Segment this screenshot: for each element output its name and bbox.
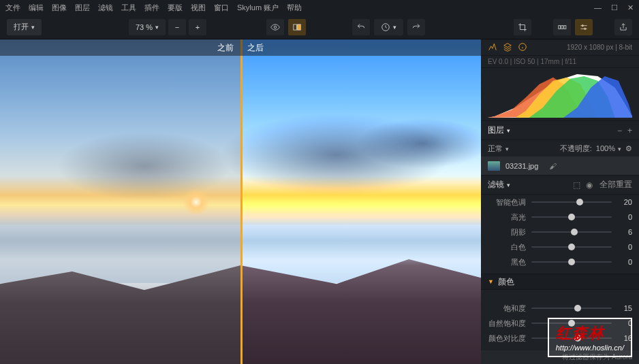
compare-icon: [292, 22, 302, 32]
layer-thumb: [488, 161, 500, 171]
layer-minus-icon[interactable]: −: [617, 126, 622, 135]
menu-view[interactable]: 视图: [191, 3, 206, 13]
presets-button[interactable]: [553, 19, 571, 35]
layers-header[interactable]: 图层▾ − +: [481, 121, 639, 140]
slider-label: 自然饱和度: [488, 318, 526, 329]
menu-preset[interactable]: 要版: [168, 3, 183, 13]
slider-value: 15: [617, 304, 632, 312]
export-icon: [619, 22, 628, 32]
slider-value: 6: [617, 228, 632, 236]
redo-button[interactable]: [407, 19, 425, 35]
slider-label: 高光: [488, 212, 526, 222]
histogram: [481, 68, 639, 121]
slider-track[interactable]: [531, 231, 612, 233]
presets-icon: [557, 22, 567, 32]
menu-help[interactable]: 帮助: [287, 3, 302, 13]
opacity-label: 不透明度:: [560, 144, 592, 154]
maximize-icon[interactable]: ☐: [611, 3, 618, 12]
color-group-header[interactable]: ▼ 颜色: [481, 274, 639, 290]
sliders-icon: [579, 22, 589, 32]
history-button[interactable]: ▾: [374, 19, 403, 35]
menu-filter[interactable]: 滤镜: [98, 3, 113, 13]
adjust-button[interactable]: [575, 19, 593, 35]
triangle-down-icon: ▼: [488, 278, 494, 285]
slider-track[interactable]: [531, 216, 612, 218]
crop-button[interactable]: [514, 19, 531, 35]
menu-tool[interactable]: 工具: [121, 3, 136, 13]
opacity-value[interactable]: 100%▾: [596, 144, 621, 152]
window-controls: — ☐ ✕: [594, 3, 634, 12]
slider-track[interactable]: [531, 308, 612, 309]
blend-mode[interactable]: 正常▾: [488, 144, 509, 154]
svg-rect-6: [564, 25, 566, 29]
minimize-icon[interactable]: —: [594, 3, 602, 12]
label-after: 之后: [240, 39, 481, 56]
label-before: 之前: [0, 39, 240, 56]
slider-label: 黑色: [488, 257, 526, 267]
svg-point-10: [585, 28, 586, 29]
eye-icon: [270, 22, 280, 32]
gear-icon[interactable]: ⚙: [625, 144, 632, 153]
slider-track[interactable]: [531, 261, 612, 263]
watermark: 红森林 http://www.hoslin.cn/: [548, 318, 632, 357]
menu-bar: 文件 编辑 图像 图层 滤镜 工具 插件 要版 视图 窗口 Skylum 账户 …: [0, 0, 639, 15]
svg-rect-2: [298, 24, 301, 29]
slider-track[interactable]: [531, 246, 612, 248]
layers-tab-icon[interactable]: [503, 42, 512, 53]
lens-icon[interactable]: ◉: [586, 180, 593, 190]
slider-label: 颜色对比度: [488, 333, 526, 344]
slider-白色[interactable]: 白色0: [481, 239, 639, 254]
zoom-level[interactable]: 73 %▾: [129, 19, 166, 35]
transform-icon[interactable]: ⬚: [573, 180, 580, 190]
close-icon[interactable]: ✕: [627, 3, 634, 12]
filters-header[interactable]: 滤镜▾ ⬚ ◉ 全部重置: [481, 176, 639, 195]
slider-高光[interactable]: 高光0: [481, 210, 639, 225]
slider-饱和度[interactable]: 饱和度15: [481, 301, 639, 316]
svg-rect-5: [561, 25, 563, 29]
undo-button[interactable]: [352, 19, 370, 35]
compare-labels: 之前 之后: [0, 39, 481, 56]
open-button[interactable]: 打开▾: [7, 19, 42, 35]
layer-row[interactable]: 03231.jpg 🖌: [481, 156, 639, 176]
reset-all[interactable]: 全部重置: [599, 179, 632, 191]
history-icon: [381, 22, 390, 32]
menu-account[interactable]: Skylum 账户: [237, 3, 279, 13]
slider-label: 白色: [488, 242, 526, 252]
slider-value: 20: [617, 198, 632, 206]
layer-plus-icon[interactable]: +: [627, 126, 632, 135]
menu-layer[interactable]: 图层: [75, 3, 90, 13]
compare-toggle[interactable]: [288, 19, 306, 35]
sidebar: 1920 x 1080 px | 8-bit EV 0.0 | ISO 50 |…: [481, 39, 639, 364]
svg-point-9: [582, 24, 583, 26]
slider-label: 智能色调: [488, 197, 526, 208]
preview-toggle[interactable]: [266, 19, 284, 35]
layer-filename: 03231.jpg: [505, 162, 538, 170]
slider-track[interactable]: [531, 201, 612, 203]
slider-阴影[interactable]: 阴影6: [481, 225, 639, 239]
svg-rect-1: [294, 24, 297, 29]
slider-智能色调[interactable]: 智能色调20: [481, 195, 639, 210]
zoom-in-button[interactable]: +: [189, 19, 206, 35]
brush-icon[interactable]: 🖌: [549, 162, 557, 170]
exif-info: EV 0.0 | ISO 50 | 17mm | f/11: [481, 56, 639, 68]
slider-value: 0: [617, 258, 632, 266]
toolbar: 打开▾ 73 %▾ − + ▾: [0, 15, 639, 39]
slider-黑色[interactable]: 黑色0: [481, 254, 639, 269]
menu-window[interactable]: 窗口: [214, 3, 229, 13]
histogram-tab-icon[interactable]: [488, 42, 497, 53]
image-depth: 8-bit: [619, 44, 632, 51]
info-tab-icon[interactable]: [518, 42, 527, 53]
menu-edit[interactable]: 编辑: [29, 3, 44, 13]
menu-image[interactable]: 图像: [52, 3, 67, 13]
slider-value: 0: [617, 213, 632, 221]
redo-icon: [411, 22, 421, 32]
export-button[interactable]: [614, 19, 632, 35]
canvas-viewport[interactable]: 之前 之后: [0, 39, 481, 364]
menu-file[interactable]: 文件: [5, 3, 20, 13]
zoom-out-button[interactable]: −: [168, 19, 186, 35]
slider-value: 0: [617, 243, 632, 251]
menu-plugin[interactable]: 插件: [144, 3, 159, 13]
crop-icon: [518, 22, 527, 32]
svg-rect-4: [559, 25, 561, 29]
compare-divider[interactable]: [240, 39, 243, 364]
